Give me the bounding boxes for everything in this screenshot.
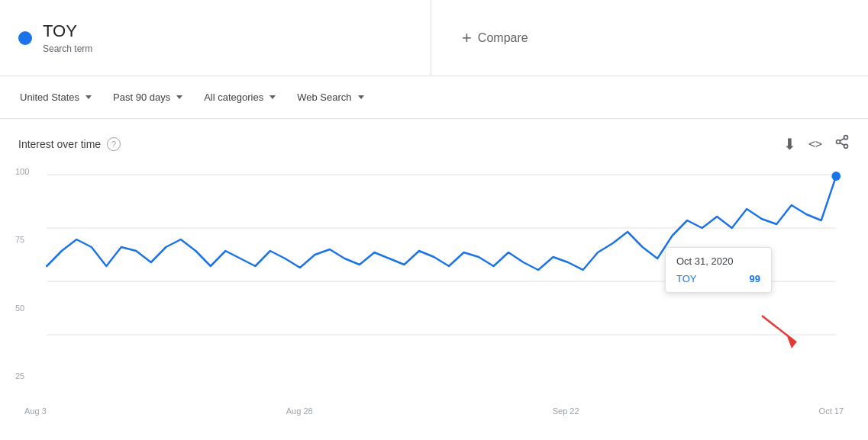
search-type-label: Web Search: [297, 92, 351, 103]
chart-tooltip: Oct 31, 2020 TOY 99: [665, 247, 772, 293]
chart-actions: ⬇ <>: [783, 134, 850, 153]
chart-title-text: Interest over time: [18, 138, 101, 150]
region-label: United States: [20, 92, 79, 103]
endpoint-dot: [831, 172, 841, 181]
tooltip-data-row: TOY 99: [676, 273, 760, 284]
term-color-dot: [18, 31, 32, 45]
download-icon[interactable]: ⬇: [783, 135, 796, 153]
compare-section: + Compare: [431, 0, 868, 75]
x-axis-labels: Aug 3 Aug 28 Sep 22 Oct 17: [12, 403, 856, 416]
category-chevron-icon: [269, 95, 276, 99]
tooltip-arrow: [758, 312, 804, 352]
tooltip-term: TOY: [676, 273, 697, 284]
y-label-100: 100: [15, 167, 29, 176]
chart-header: Interest over time ? ⬇ <>: [12, 125, 856, 159]
chart-area: 100 75 50 25 Oct 31, 2020 TOY 99: [12, 159, 856, 403]
region-chevron-icon: [86, 95, 92, 99]
share-icon[interactable]: [834, 134, 850, 153]
search-term-section: TOY Search term: [0, 0, 431, 75]
term-subtitle: Search term: [43, 43, 92, 54]
svg-point-1: [837, 140, 841, 144]
term-info: TOY Search term: [43, 21, 92, 53]
compare-label: Compare: [478, 31, 528, 45]
period-filter[interactable]: Past 90 days: [105, 87, 190, 108]
category-label: All categories: [204, 92, 263, 103]
svg-point-2: [844, 144, 848, 148]
page-header: TOY Search term + Compare: [0, 0, 868, 76]
tooltip-value: 99: [750, 273, 760, 284]
tooltip-date: Oct 31, 2020: [676, 255, 760, 267]
y-label-25: 25: [15, 371, 29, 381]
embed-icon[interactable]: <>: [808, 137, 822, 151]
y-label-50: 50: [15, 304, 29, 313]
svg-line-9: [762, 316, 796, 342]
x-label-oct17: Oct 17: [819, 406, 844, 416]
x-label-sep22: Sep 22: [553, 406, 579, 416]
search-type-chevron-icon: [358, 95, 364, 99]
period-chevron-icon: [176, 95, 182, 99]
period-label: Past 90 days: [113, 92, 170, 103]
help-icon[interactable]: ?: [107, 137, 121, 151]
term-name: TOY: [43, 21, 92, 41]
x-label-aug28: Aug 28: [286, 406, 313, 416]
filters-bar: United States Past 90 days All categorie…: [0, 76, 868, 119]
region-filter[interactable]: United States: [12, 87, 99, 108]
y-axis-labels: 100 75 50 25: [15, 167, 29, 381]
compare-button[interactable]: + Compare: [462, 28, 528, 48]
svg-line-3: [840, 143, 844, 145]
search-type-filter[interactable]: Web Search: [289, 87, 371, 108]
svg-point-0: [844, 136, 848, 140]
y-label-75: 75: [15, 235, 29, 244]
category-filter[interactable]: All categories: [196, 87, 283, 108]
compare-plus-icon: +: [462, 28, 472, 48]
interest-over-time-section: Interest over time ? ⬇ <> 100 75 50 25: [0, 119, 868, 416]
x-label-aug3: Aug 3: [24, 406, 47, 416]
svg-line-4: [840, 138, 844, 140]
chart-title-area: Interest over time ?: [18, 137, 121, 151]
